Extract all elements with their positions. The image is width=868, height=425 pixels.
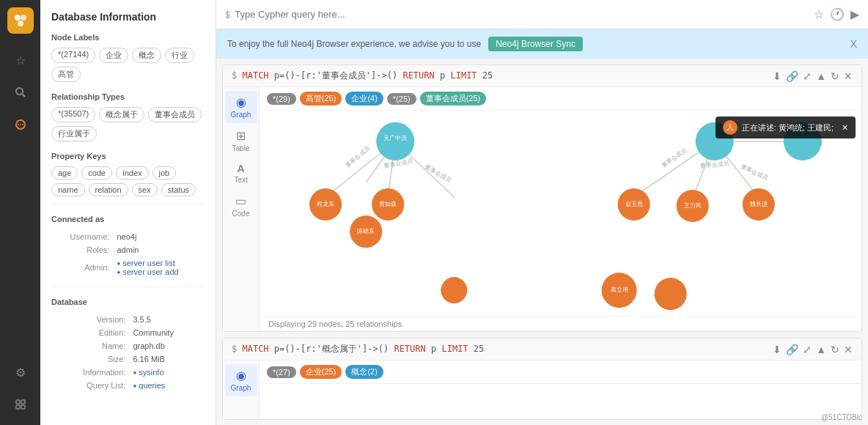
svg-point-2 [18, 21, 23, 26]
nav-star[interactable]: ☆ [7, 47, 34, 73]
tag-prop-index[interactable]: index [116, 166, 148, 180]
result-header-actions-2: ⬇ 🔗 ⤢ ▲ ↻ ✕ [773, 344, 853, 355]
svg-point-7 [20, 124, 21, 125]
refresh-icon[interactable]: ↻ [831, 70, 839, 82]
tag-prop-age[interactable]: age [51, 166, 78, 180]
tag-prop-job[interactable]: job [152, 166, 177, 180]
expand-icon-2[interactable]: ⤢ [803, 344, 812, 355]
tag-all-nodes[interactable]: *(27144) [51, 48, 95, 63]
sysinfo-link[interactable]: sysinfo [133, 368, 200, 377]
close-result-icon-2[interactable]: ✕ [844, 344, 853, 355]
tag-concept-belongs[interactable]: 概念属于 [99, 107, 144, 122]
view-sidebar-1: ◉ Graph ⊞ Table A Text ▭ Code [223, 87, 260, 331]
query-actions: ☆ 🕐 ▶ [814, 7, 859, 21]
tag-industry-belongs[interactable]: 行业属于 [51, 126, 97, 141]
svg-point-6 [18, 124, 19, 125]
tag-prop-status[interactable]: status [161, 183, 196, 196]
top-query-bar: $ ☆ 🕐 ▶ [216, 0, 868, 29]
query-list-label: Query List: [53, 380, 128, 391]
filter2-concept-2[interactable]: 概念(2) [345, 365, 383, 379]
query-limit-val-1: 25 [482, 70, 493, 81]
tag-all-rels[interactable]: *(35507) [51, 107, 95, 122]
tag-prop-relation[interactable]: relation [89, 183, 128, 196]
filter2-all-27[interactable]: *(27) [267, 366, 296, 378]
server-user-add-link[interactable]: server user add [117, 267, 200, 276]
scroll-up-icon[interactable]: ▲ [816, 70, 826, 82]
history-icon[interactable]: 🕐 [830, 7, 845, 21]
left-nav-sidebar: ☆ ⚙ [0, 0, 40, 425]
filter-all-29[interactable]: *(29) [267, 93, 296, 105]
tag-enterprise[interactable]: 企业 [99, 48, 128, 63]
graph-filter-bar-2: *(27) 企业(25) 概念(2) [260, 361, 861, 384]
graph-filter-bar-1: *(29) 高管(25) 企业(4) *(25) 董事会成员(25) [260, 87, 861, 111]
text-view-button[interactable]: A Text [225, 158, 257, 188]
query-input[interactable] [235, 9, 814, 20]
scroll-up-icon-2[interactable]: ▲ [816, 344, 826, 355]
favorite-icon[interactable]: ☆ [814, 7, 824, 21]
tag-prop-name[interactable]: name [51, 183, 85, 196]
edge-label-6: 董事会成员 [699, 160, 729, 169]
graph-label: Graph [231, 111, 251, 119]
tag-industry[interactable]: 行业 [165, 48, 194, 63]
node-bottom2[interactable] [655, 278, 687, 310]
node-label-chenglong: 程龙东 [317, 201, 334, 207]
tag-concept[interactable]: 概念 [132, 48, 161, 63]
filter-rel-25[interactable]: *(25) [387, 93, 416, 105]
tag-board-member[interactable]: 董事会成员 [148, 107, 202, 122]
nav-chat[interactable] [7, 111, 34, 138]
node-label-huangsen: 黄如森 [379, 201, 397, 207]
tag-prop-code[interactable]: code [81, 166, 112, 180]
text-icon: A [237, 163, 244, 174]
edge-label-1: 董事会成员 [345, 145, 371, 169]
filter-ent-4[interactable]: 企业(4) [345, 92, 383, 106]
download-icon[interactable]: ⬇ [773, 70, 781, 82]
divider-1 [51, 204, 205, 204]
table-view-button[interactable]: ⊞ Table [225, 125, 257, 157]
nav-puzzle[interactable] [7, 391, 34, 418]
svg-rect-12 [21, 405, 25, 409]
graph-view-button[interactable]: ◉ Graph [225, 91, 257, 123]
refresh-icon-2[interactable]: ↻ [831, 344, 839, 355]
server-user-list-link[interactable]: server user list [117, 259, 200, 267]
run-icon[interactable]: ▶ [850, 7, 859, 21]
roles-value: admin [114, 244, 203, 256]
edge-label-3: 董事会成员 [424, 163, 452, 184]
name-value: graph.db [130, 340, 203, 352]
close-result-icon[interactable]: ✕ [844, 70, 853, 82]
query-end-2: p [431, 344, 441, 354]
results-area: To enjoy the full Neo4j Browser experien… [216, 29, 868, 425]
db-info-panel: Database Information Node Labels *(27144… [40, 0, 216, 425]
query-limit-val-2: 25 [474, 344, 484, 354]
graph-view-button-2[interactable]: ◉ Graph [225, 364, 257, 396]
size-label: Size: [53, 353, 128, 365]
graph-label-2: Graph [231, 384, 251, 392]
filter-board-25[interactable]: 董事会成员(25) [420, 92, 487, 106]
download-icon-2[interactable]: ⬇ [773, 344, 781, 355]
divider-2 [51, 287, 205, 287]
neo4j-sync-link[interactable]: Neo4j Browser Sync [488, 37, 583, 51]
queries-link[interactable]: queries [133, 381, 200, 390]
query-body-1: p=()-[r:'董事会成员']->() [274, 70, 403, 81]
table-label: Table [232, 144, 250, 152]
tooltip-avatar: 人 [723, 120, 738, 135]
keyword-limit-1: LIMIT [450, 70, 482, 81]
nav-settings[interactable]: ⚙ [7, 359, 34, 385]
link-icon-2[interactable]: 🔗 [786, 344, 798, 355]
username-label: Username: [53, 231, 112, 243]
tag-prop-sex[interactable]: sex [132, 183, 158, 196]
watermark: @51CTOBlc [821, 413, 862, 421]
nav-search[interactable] [7, 79, 34, 106]
query-dollar-2: $ [232, 344, 237, 354]
keyword-limit-2: LIMIT [441, 344, 473, 354]
tooltip-close-button[interactable]: ✕ [842, 123, 848, 133]
result-block-2: $ MATCH p=()-[r:'概念属于']->() RETURN p LIM… [222, 338, 862, 420]
tag-executive[interactable]: 高管 [51, 67, 81, 82]
link-icon[interactable]: 🔗 [786, 70, 798, 82]
node-bottom3[interactable] [441, 277, 467, 303]
filter2-ent-25[interactable]: 企业(25) [300, 365, 342, 379]
filter-exec-25[interactable]: 高管(25) [300, 92, 342, 106]
banner-close-button[interactable]: X [850, 38, 857, 50]
expand-icon[interactable]: ⤢ [803, 70, 812, 82]
code-view-button[interactable]: ▭ Code [225, 190, 257, 222]
version-value: 3.5.5 [130, 314, 203, 325]
